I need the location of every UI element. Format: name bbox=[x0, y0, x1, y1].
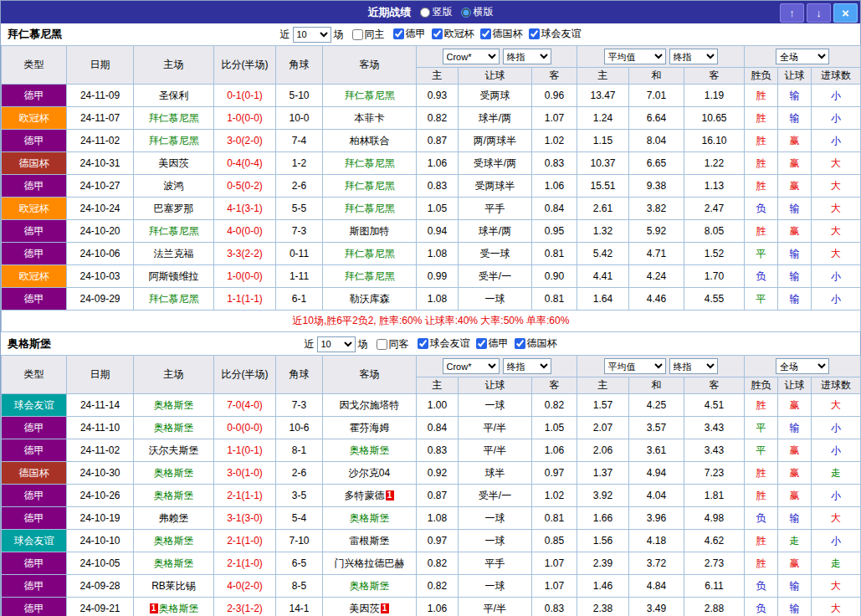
corners: 5-10 bbox=[276, 85, 323, 107]
team-label: 霍芬海姆 bbox=[350, 422, 390, 434]
team-label: 沃尔夫斯堡 bbox=[149, 444, 199, 456]
same-venue-filter[interactable]: 同客 bbox=[377, 337, 409, 352]
result-handicap: 输 bbox=[778, 265, 812, 288]
scroll-up-button[interactable]: ↑ bbox=[780, 3, 804, 23]
avg-draw-odds: 8.04 bbox=[629, 130, 684, 152]
odds-sub-col: 和 bbox=[629, 377, 684, 394]
odds1-source-select[interactable]: Crow* bbox=[443, 49, 500, 64]
scope-select[interactable]: 全场 bbox=[776, 358, 829, 374]
match-date: 24-09-28 bbox=[67, 575, 134, 598]
match-date: 24-09-21 bbox=[67, 598, 134, 616]
league-checkbox[interactable] bbox=[480, 28, 491, 39]
layout-option-horizontal[interactable]: 横版 bbox=[461, 5, 494, 19]
avg-draw-odds: 4.24 bbox=[629, 265, 684, 288]
handicap-away-odds: 1.06 bbox=[532, 439, 577, 462]
league-checkbox[interactable] bbox=[515, 338, 525, 349]
match-count-select[interactable]: 10 bbox=[293, 27, 331, 43]
layout-radio-horizontal[interactable] bbox=[461, 8, 471, 18]
avg-away-odds: 1.13 bbox=[684, 175, 745, 198]
corners: 8-1 bbox=[276, 439, 323, 462]
result-outcome: 负 bbox=[745, 198, 778, 220]
result-outcome: 胜 bbox=[745, 130, 778, 152]
handicap-home-odds: 0.83 bbox=[417, 175, 459, 198]
league-checkbox[interactable] bbox=[476, 338, 487, 349]
team-label: 本菲卡 bbox=[355, 112, 385, 124]
handicap-home-odds: 0.94 bbox=[417, 220, 459, 243]
result-goals: 小 bbox=[812, 417, 861, 439]
home-team: 奥格斯堡 bbox=[134, 462, 214, 485]
score: 1-1(1-1) bbox=[214, 288, 276, 311]
league-filter[interactable]: 德甲 bbox=[393, 27, 426, 41]
avg-draw-odds: 3.96 bbox=[629, 507, 684, 530]
league-filter[interactable]: 德国杯 bbox=[480, 27, 523, 41]
match-count-select[interactable]: 10 bbox=[317, 336, 356, 352]
same-venue-label: 同主 bbox=[365, 28, 385, 42]
avg-home-odds: 4.41 bbox=[577, 265, 629, 288]
team-section: 拜仁慕尼黑 近 10 场 同主 德甲欧冠杯德国杯球会友谊 bbox=[1, 23, 860, 332]
scroll-down-button[interactable]: ↓ bbox=[807, 3, 831, 23]
same-venue-filter[interactable]: 同主 bbox=[352, 28, 385, 42]
odds-sub-col: 让球 bbox=[778, 377, 812, 394]
col-header: 类型 bbox=[2, 356, 67, 394]
avg-draw-odds: 4.46 bbox=[629, 288, 684, 311]
home-team: 奥格斯堡 bbox=[134, 530, 214, 552]
odds1-period-select[interactable]: 终指 bbox=[503, 358, 551, 374]
odds1-source-select[interactable]: Crow* bbox=[443, 358, 500, 374]
filter-bar: 近 10 场 同客 球会友谊德甲德国杯 bbox=[305, 336, 557, 352]
home-team: 奥格斯堡 bbox=[134, 417, 214, 439]
corners: 7-3 bbox=[276, 394, 323, 417]
section-header: 奥格斯堡 近 10 场 同客 球会友谊德甲德国杯 bbox=[1, 333, 860, 355]
col-header: 比分(半场) bbox=[214, 46, 276, 85]
odds1-period-select[interactable]: 终指 bbox=[503, 49, 551, 64]
odds-sub-col: 客 bbox=[532, 68, 577, 85]
league-checkbox[interactable] bbox=[418, 338, 428, 349]
league-tag: 德国杯 bbox=[2, 152, 67, 175]
match-row: 德国杯24-10-30奥格斯堡3-0(1-0)2-6沙尔克040.92球半0.9… bbox=[2, 462, 861, 485]
match-row: 德甲24-10-19弗赖堡3-1(3-0)5-4奥格斯堡1.08一球0.811.… bbox=[2, 507, 861, 530]
league-filter[interactable]: 欧冠杯 bbox=[432, 27, 474, 41]
league-filter[interactable]: 德甲 bbox=[476, 336, 509, 351]
layout-radio-vertical[interactable] bbox=[420, 8, 430, 18]
match-date: 24-10-30 bbox=[67, 462, 134, 485]
layout-option-vertical[interactable]: 竖版 bbox=[420, 5, 453, 19]
league-checkbox[interactable] bbox=[432, 28, 443, 39]
result-handicap: 输 bbox=[778, 198, 812, 220]
odds2-period-select[interactable]: 终指 bbox=[669, 49, 718, 64]
handicap-line: 平/半 bbox=[459, 439, 532, 462]
avg-home-odds: 2.39 bbox=[577, 552, 629, 575]
close-button[interactable]: × bbox=[833, 3, 858, 23]
odds2-period-select[interactable]: 终指 bbox=[669, 358, 718, 374]
team-label: 美因茨 bbox=[159, 157, 189, 169]
avg-away-odds: 16.10 bbox=[684, 130, 745, 152]
league-tag: 德甲 bbox=[2, 598, 67, 616]
league-filter[interactable]: 德国杯 bbox=[515, 336, 557, 351]
same-venue-checkbox[interactable] bbox=[352, 29, 363, 40]
league-filter[interactable]: 球会友谊 bbox=[418, 336, 470, 351]
match-date: 24-11-02 bbox=[67, 439, 134, 462]
odds2-source-select[interactable]: 平均值 bbox=[604, 49, 666, 64]
team-label: 拜仁慕尼黑 bbox=[149, 293, 199, 305]
odds-sub-col: 主 bbox=[417, 68, 459, 85]
match-row: 德甲24-10-26奥格斯堡2-1(1-1)3-5多特蒙德10.87受半/一1.… bbox=[2, 485, 861, 507]
results-body: 德甲24-11-09圣保利0-1(0-1)5-10拜仁慕尼黑0.93受两球0.9… bbox=[2, 85, 861, 311]
result-outcome: 胜 bbox=[745, 552, 778, 575]
match-date: 24-11-10 bbox=[67, 417, 134, 439]
league-checkbox[interactable] bbox=[393, 28, 404, 39]
handicap-away-odds: 1.02 bbox=[532, 485, 577, 507]
match-row: 德甲24-10-05奥格斯堡2-1(1-0)6-5门兴格拉德巴赫0.82平手1.… bbox=[2, 552, 861, 575]
result-goals: 大 bbox=[812, 507, 861, 530]
league-filter[interactable]: 球会友谊 bbox=[529, 27, 582, 41]
league-tag: 球会友谊 bbox=[2, 394, 67, 417]
match-date: 24-10-27 bbox=[67, 175, 134, 198]
same-venue-checkbox[interactable] bbox=[377, 339, 387, 350]
scope-select[interactable]: 全场 bbox=[776, 49, 829, 64]
team-label: 沙尔克04 bbox=[349, 467, 390, 479]
odds2-source-select[interactable]: 平均值 bbox=[604, 358, 666, 374]
result-outcome: 胜 bbox=[745, 485, 778, 507]
result-goals: 小 bbox=[812, 530, 861, 552]
score: 4-1(3-1) bbox=[214, 198, 276, 220]
col-header: 角球 bbox=[276, 46, 323, 85]
handicap-home-odds: 0.92 bbox=[417, 462, 459, 485]
team-label: 奥格斯堡 bbox=[350, 580, 390, 592]
league-checkbox[interactable] bbox=[529, 28, 540, 39]
